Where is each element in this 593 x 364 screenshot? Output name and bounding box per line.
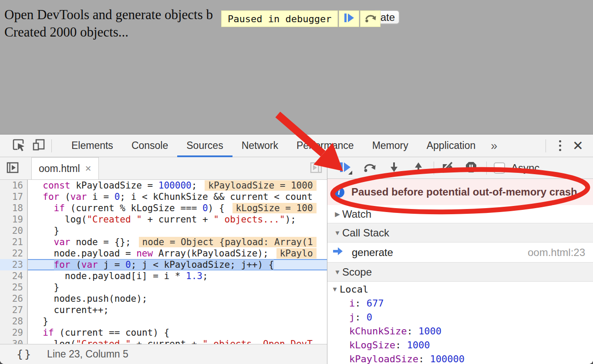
toolbar-separator [51,139,52,152]
scope-tree: ▼Locali: 677j: 0kChunkSize: 1000kLogSize… [327,282,593,364]
line-number-gutter[interactable]: 17 [0,191,28,202]
paused-reason-banner: i Paused before potential out-of-memory … [327,179,593,205]
tab-sources[interactable]: Sources [177,135,232,157]
line-number-gutter[interactable]: 20 [0,225,28,236]
toast-resume-button[interactable] [339,10,359,27]
code-text[interactable]: log("Created " + current + " objects. Op… [28,338,327,344]
chevron-right-icon[interactable]: ▶ [333,210,342,218]
editor-pane: oom.html × 16 const kPayloadSize = 10000… [0,157,327,364]
async-checkbox-label[interactable]: Async [511,162,539,174]
code-text[interactable]: if (current % kLogSize === 0) {kLogSize … [28,202,327,214]
pretty-print-button[interactable]: {} [17,348,32,361]
line-number-gutter[interactable]: 24 [0,270,28,282]
paused-toast-label: Paused in debugger [221,10,338,27]
toggle-navigator-button[interactable] [5,161,20,176]
file-tab-bar: oom.html × [0,157,327,180]
async-checkbox[interactable] [494,162,505,174]
code-text[interactable]: log("Created " + current + " objects..."… [28,214,327,225]
code-text[interactable]: for (var j = 0; j < kPayloadSize; j++) { [28,259,327,270]
step-into-icon [388,161,400,175]
code-text[interactable]: node.payload[i] = i * 1.3; [28,270,327,282]
line-number-gutter[interactable]: 27 [0,304,28,316]
editor-status-bar: {} Line 23, Column 5 [0,344,327,364]
tab-network[interactable]: Network [232,135,287,157]
close-tab-icon[interactable]: × [85,162,91,175]
debugger-toolbar: Async [327,157,593,179]
deactivate-breakpoints-icon [441,160,455,176]
code-line-21: 21 var node = {};node = Object {payload:… [0,236,327,248]
line-number-gutter[interactable]: 22 [0,248,28,259]
step-out-button[interactable] [411,161,426,175]
chevron-down-icon[interactable]: ▼ [333,229,342,236]
chevron-down-icon[interactable]: ▼ [333,268,342,276]
line-number-gutter[interactable]: 23 [0,259,28,270]
resume-icon [344,12,355,25]
scope-variable-j[interactable]: j: 0 [327,310,593,324]
resume-script-button[interactable] [338,161,353,175]
scope-variable-kPayloadSize[interactable]: kPayloadSize: 100000 [327,352,593,364]
tab-application[interactable]: Application [418,135,485,157]
line-number-gutter[interactable]: 26 [0,293,28,304]
code-text[interactable]: const kPayloadSize = 100000;kPayloadSize… [28,180,327,191]
deactivate-breakpoints-button[interactable] [440,161,455,175]
call-stack-section-title: Call Stack [342,227,389,239]
toast-step-over-button[interactable] [360,10,381,27]
line-number-gutter[interactable]: 18 [0,202,28,214]
devtools-menu-button[interactable] [551,140,569,151]
step-over-icon [363,161,376,175]
code-text[interactable]: } [28,316,327,327]
code-text[interactable]: current++; [28,304,327,316]
debugger-sidebar: Async i Paused before potential out-of-m… [327,157,593,364]
scope-group-local[interactable]: ▼Local [327,282,593,297]
frame-source-location[interactable]: oom.html:23 [528,246,585,259]
devtools-panel: ElementsConsoleSourcesNetworkPerformance… [0,134,593,364]
call-stack-section-header[interactable]: ▼ Call Stack [327,223,593,243]
code-text[interactable]: if (current == count) { [28,327,327,338]
toolbar-separator [486,162,487,175]
more-tabs-button[interactable]: » [485,135,503,156]
code-text[interactable]: for (var i = 0; i < kChunkSize && curren… [28,191,327,202]
code-editor[interactable]: 16 const kPayloadSize = 100000;kPayloadS… [0,180,327,344]
line-number-gutter[interactable]: 19 [0,214,28,225]
code-line-22: 22 node.payload = new Array(kPayloadSize… [0,248,327,259]
step-over-icon [364,12,377,26]
call-stack-frame[interactable]: generate oom.html:23 [327,243,593,263]
tab-memory[interactable]: Memory [363,135,418,157]
line-number-gutter[interactable]: 28 [0,316,28,327]
toolbar-separator [546,139,546,152]
inspect-element-button[interactable] [11,138,26,153]
close-devtools-button[interactable]: ✕ [569,135,593,156]
line-number-gutter[interactable]: 16 [0,180,28,191]
scope-variable-i[interactable]: i: 677 [327,297,593,310]
code-text[interactable]: nodes.push(node); [28,293,327,304]
watch-section-header[interactable]: ▶ Watch [327,205,593,223]
code-text[interactable]: node.payload = new Array(kPayloadSize);k… [28,248,327,259]
step-into-button[interactable] [387,161,401,175]
device-toolbar-icon [32,138,46,154]
code-text[interactable]: var node = {};node = Object {payload: Ar… [28,236,327,248]
code-line-30: 30 log("Created " + current + " objects.… [0,338,327,344]
tab-elements[interactable]: Elements [62,135,122,157]
tab-performance[interactable]: Performance [287,135,363,157]
pause-on-exceptions-button[interactable] [464,161,478,175]
scope-variable-kChunkSize[interactable]: kChunkSize: 1000 [327,324,593,338]
scope-section-header[interactable]: ▼ Scope [327,263,593,282]
chevron-down-icon[interactable]: ▼ [330,285,340,293]
line-number-gutter[interactable]: 21 [0,236,28,248]
step-over-button[interactable] [362,161,377,175]
code-text[interactable]: } [28,282,327,293]
file-tab-oom-html[interactable]: oom.html × [31,157,99,179]
line-number-gutter[interactable]: 29 [0,327,28,338]
code-line-28: 28 } [0,316,327,327]
current-frame-arrow-icon [332,246,344,259]
scope-variable-kLogSize[interactable]: kLogSize: 1000 [327,338,593,352]
code-line-24: 24 node.payload[i] = i * 1.3; [0,270,327,282]
code-line-20: 20 } [0,225,327,236]
cursor-position: Line 23, Column 5 [47,348,128,360]
code-text[interactable]: } [28,225,327,236]
line-number-gutter[interactable]: 25 [0,282,28,293]
tab-console[interactable]: Console [122,135,177,157]
next-editor-button[interactable] [309,161,323,176]
toggle-device-toolbar-button[interactable] [31,138,46,153]
line-number-gutter[interactable]: 30 [0,338,28,344]
